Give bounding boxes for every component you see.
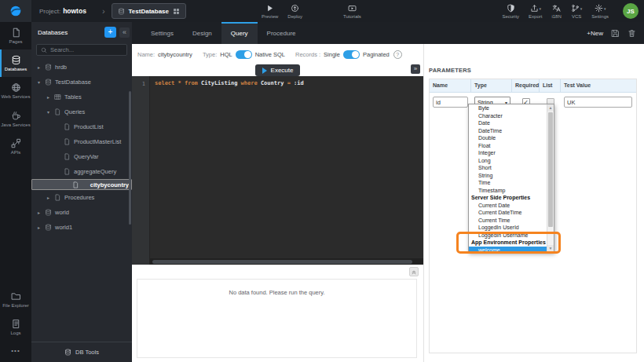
- export-icon-row: ▾: [530, 4, 542, 13]
- dropdown-option-string[interactable]: String: [469, 172, 547, 180]
- type-option-nativesql[interactable]: Native SQL: [255, 51, 285, 58]
- app-logo[interactable]: [0, 0, 31, 22]
- sidebar-item-file-explorer[interactable]: File Explorer: [0, 286, 31, 313]
- topbar-action-export[interactable]: ▾Export: [529, 4, 542, 19]
- type-toggle[interactable]: [236, 50, 252, 59]
- db-tools-button[interactable]: DB Tools: [31, 342, 132, 362]
- grid-switcher-icon[interactable]: [173, 8, 180, 15]
- parameters-collapse-button[interactable]: »: [411, 64, 420, 74]
- scroll-up-icon[interactable]: ▲: [547, 104, 554, 112]
- topbar-action-label: VCS: [572, 14, 581, 19]
- tab-query[interactable]: Query: [221, 22, 258, 44]
- sidebar-item-web-services[interactable]: Web Services: [0, 77, 31, 104]
- sql-identifier: CityListing: [198, 80, 241, 86]
- dropdown-option-current-date[interactable]: Current Date: [469, 202, 547, 210]
- panel-scrollbar[interactable]: [129, 91, 131, 225]
- tree-item-world[interactable]: ▸world: [31, 205, 132, 220]
- tree-item-label: ProductList: [74, 123, 104, 130]
- chevron-right-icon[interactable]: ▸: [46, 195, 51, 200]
- chevron-right-icon[interactable]: ▸: [46, 94, 51, 100]
- dropdown-scroll-thumb[interactable]: [548, 112, 553, 227]
- execute-button[interactable]: Execute: [255, 64, 301, 76]
- sidebar-item-apis[interactable]: APIs: [0, 133, 31, 160]
- database-context-tab[interactable]: TestDatabase: [112, 3, 186, 19]
- records-option-single[interactable]: Single: [324, 51, 340, 58]
- tree-item-testdatabase[interactable]: ▾TestDatabase: [31, 75, 132, 90]
- dropdown-scrollbar[interactable]: ▲ ▼: [547, 104, 554, 252]
- sql-keyword: *: [174, 80, 185, 86]
- dropdown-option-loggedin-username[interactable]: LoggedIn Username: [469, 232, 547, 240]
- trash-icon[interactable]: [628, 29, 636, 38]
- user-avatar[interactable]: JS: [623, 3, 639, 19]
- topbar-action-tutorials[interactable]: Tutorials: [343, 4, 361, 19]
- dropdown-option-welcome[interactable]: welcome: [469, 247, 547, 254]
- param-name-input[interactable]: [433, 97, 468, 108]
- sidebar-item-java-services[interactable]: Java Services: [0, 105, 31, 133]
- search-input[interactable]: [50, 46, 123, 53]
- dropdown-option-character[interactable]: Character: [469, 112, 547, 120]
- rail-item-label: File Explorer: [2, 303, 29, 309]
- query-name-value[interactable]: citybycountry: [158, 51, 192, 58]
- tree-item-world1[interactable]: ▸world1: [31, 220, 132, 235]
- topbar-action-settings[interactable]: ▾Settings: [591, 4, 609, 19]
- panel-collapse-button[interactable]: «: [119, 27, 130, 38]
- chevron-right-icon[interactable]: ▸: [36, 64, 42, 70]
- tree-item-productmasterlist[interactable]: ProductMasterList: [31, 134, 132, 149]
- dropdown-option-float[interactable]: Float: [469, 142, 547, 150]
- scroll-down-icon[interactable]: ▼: [547, 245, 554, 252]
- rail-more-button[interactable]: •••: [0, 341, 31, 362]
- topbar-action-preview[interactable]: Preview: [262, 4, 278, 19]
- chevron-right-icon[interactable]: ▸: [36, 210, 42, 215]
- add-database-button[interactable]: +: [104, 27, 116, 38]
- records-option-paginated[interactable]: Paginated: [363, 51, 390, 58]
- tree-item-queries[interactable]: ▾Queries: [31, 104, 132, 119]
- dropdown-option-timestamp[interactable]: Timestamp: [469, 187, 547, 195]
- sidebar-item-databases[interactable]: Databases: [0, 49, 31, 77]
- sidebar-item-pages[interactable]: Pages: [0, 22, 31, 49]
- tree-item-aggregatequery[interactable]: aggregateQuery: [31, 164, 132, 179]
- dropdown-option-short[interactable]: Short: [469, 164, 547, 172]
- topbar-action-label: Settings: [591, 14, 609, 19]
- collapse-results-button[interactable]: [409, 267, 419, 276]
- dropdown-option-long[interactable]: Long: [469, 157, 547, 165]
- dropdown-option-datetime[interactable]: DateTime: [469, 127, 547, 135]
- topbar-action-i18n[interactable]: i18N: [551, 4, 561, 19]
- save-icon[interactable]: [611, 29, 620, 38]
- topbar-action-vcs[interactable]: ▾VCS: [571, 4, 583, 19]
- chevron-down-icon[interactable]: ▾: [46, 109, 51, 115]
- type-option-hql[interactable]: HQL: [220, 51, 232, 58]
- wavemaker-logo-icon: [9, 5, 22, 17]
- dropdown-option-current-time[interactable]: Current Time: [469, 217, 547, 225]
- tab-procedure[interactable]: Procedure: [258, 22, 306, 44]
- tree-item-hrdb[interactable]: ▸hrdb: [31, 60, 132, 75]
- sql-code[interactable]: select * from CityListing where Country …: [150, 76, 423, 265]
- tab-design[interactable]: Design: [183, 22, 221, 44]
- topbar-action-deploy[interactable]: Deploy: [287, 4, 302, 19]
- tree-item-queryvar[interactable]: QueryVar: [31, 149, 132, 164]
- new-query-button[interactable]: +New: [587, 30, 603, 37]
- chevron-down-icon[interactable]: ▾: [36, 79, 42, 85]
- tree-item-tables[interactable]: ▸Tables: [31, 90, 132, 104]
- dropdown-option-integer[interactable]: Integer: [469, 149, 547, 157]
- dropdown-option-date[interactable]: Date: [469, 119, 547, 127]
- sidebar-item-logs[interactable]: Logs: [0, 313, 31, 341]
- dropdown-option-time[interactable]: Time: [469, 179, 547, 187]
- dropdown-option-loggedin-userid[interactable]: LoggedIn UserId: [469, 224, 547, 232]
- editor-hscroll-thumb[interactable]: [152, 260, 412, 264]
- tree-item-citybycountry[interactable]: citybycountry: [31, 179, 132, 190]
- dropdown-option-double[interactable]: Double: [469, 134, 547, 142]
- chevron-right-icon[interactable]: ▸: [36, 225, 42, 230]
- sql-editor[interactable]: 1 select * from CityListing where Countr…: [132, 76, 423, 265]
- project-name: howtos: [63, 7, 86, 15]
- param-test-value-input[interactable]: [564, 97, 632, 108]
- editor-hscrollbar[interactable]: [150, 258, 423, 265]
- tree-item-procedures[interactable]: ▸Procedures: [31, 190, 132, 205]
- dropdown-option-byte[interactable]: Byte: [469, 104, 547, 112]
- help-icon[interactable]: ?: [393, 50, 402, 59]
- topbar-action-security[interactable]: Security: [502, 4, 519, 19]
- records-toggle[interactable]: [343, 50, 360, 59]
- dropdown-option-current-datetime[interactable]: Current DateTime: [469, 209, 547, 217]
- tree-item-productlist[interactable]: ProductList: [31, 119, 132, 134]
- tab-settings[interactable]: Settings: [141, 22, 183, 44]
- panel-search[interactable]: [36, 44, 127, 56]
